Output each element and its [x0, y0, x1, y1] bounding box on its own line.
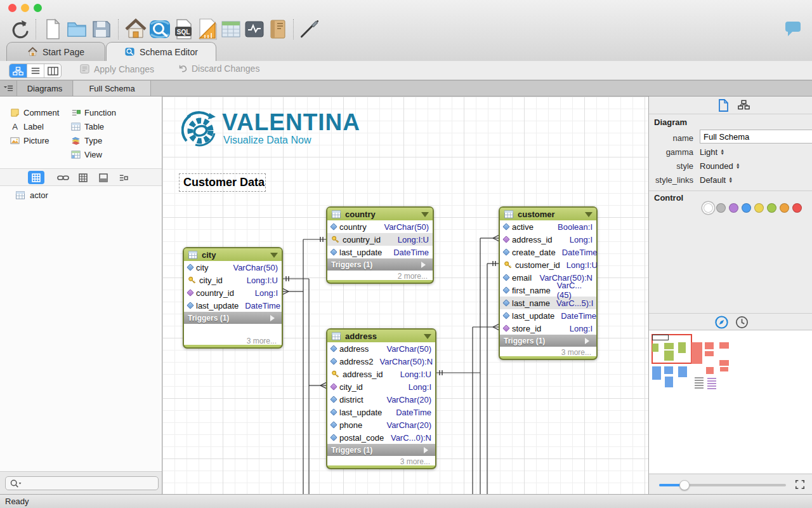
- color-swatch-4[interactable]: [754, 203, 764, 213]
- field-row-store_id[interactable]: store_idLong:I: [500, 322, 596, 335]
- discard-changes-button[interactable]: Discard Changes: [178, 64, 259, 74]
- tables-filter-icon[interactable]: [28, 171, 44, 184]
- zoom-slider[interactable]: [659, 484, 786, 486]
- tab-schema-editor[interactable]: Schema Editor: [106, 42, 216, 61]
- color-swatch-6[interactable]: [780, 203, 789, 213]
- table-header[interactable]: customer: [500, 208, 596, 220]
- palette-item-label[interactable]: ALabel: [10, 121, 44, 132]
- field-row-city[interactable]: cityVarChar(50): [184, 261, 282, 274]
- field-row-last_update[interactable]: last_updateDateTime: [184, 299, 282, 312]
- table-data-icon[interactable]: [219, 18, 242, 41]
- hierarchy-icon[interactable]: [738, 100, 750, 112]
- field-row-address2[interactable]: address2VarChar(50):N: [327, 355, 435, 368]
- color-swatch-5[interactable]: [767, 203, 776, 213]
- undo-icon[interactable]: [9, 18, 32, 41]
- book-icon[interactable]: [266, 18, 289, 41]
- field-row-country_id[interactable]: country_idLong:I: [184, 286, 282, 299]
- field-row-last_update[interactable]: last_updateDateTime: [500, 309, 596, 322]
- table-header[interactable]: address: [327, 330, 435, 342]
- triggers-bar[interactable]: Triggers (1): [327, 258, 433, 271]
- field-row-customer_id[interactable]: customer_idLong:I:U: [500, 258, 596, 271]
- brush-icon[interactable]: [298, 18, 321, 41]
- field-row-city_id[interactable]: city_idLong:I: [327, 380, 435, 393]
- diagram-table-address[interactable]: addressaddressVarChar(50)address2VarChar…: [326, 328, 436, 469]
- save-icon[interactable]: [89, 18, 112, 41]
- field-row-create_date[interactable]: create_dateDateTime: [500, 246, 596, 258]
- zoom-window-button[interactable]: [34, 4, 42, 12]
- clock-icon[interactable]: [735, 316, 749, 331]
- fit-to-window-icon[interactable]: [795, 479, 805, 491]
- style-links-dropdown[interactable]: Default▲▼: [700, 175, 733, 185]
- field-row-country[interactable]: countryVarChar(50): [327, 220, 433, 233]
- diagram-table-country[interactable]: countrycountryVarChar(50)country_idLong:…: [326, 206, 434, 284]
- color-swatch-1[interactable]: [716, 203, 726, 213]
- field-row-active[interactable]: activeBoolean:I: [500, 220, 596, 233]
- style-dropdown[interactable]: Rounded▲▼: [700, 161, 740, 171]
- tab-full-schema[interactable]: Full Schema: [74, 81, 151, 96]
- collapse-caret-icon[interactable]: [424, 334, 431, 343]
- palette-item-function[interactable]: Function: [71, 107, 116, 118]
- field-row-country_id[interactable]: country_idLong:I:U: [327, 233, 433, 246]
- tab-diagrams[interactable]: Diagrams: [17, 81, 73, 96]
- triggers-bar[interactable]: Triggers (1): [327, 444, 435, 456]
- collapse-caret-icon[interactable]: [270, 253, 278, 262]
- table-header[interactable]: country: [327, 208, 433, 220]
- more-fields-link[interactable]: 3 more...: [500, 347, 596, 356]
- gamma-dropdown[interactable]: Light▲▼: [700, 147, 724, 157]
- field-row-address[interactable]: addressVarChar(50): [327, 342, 435, 355]
- field-row-city_id[interactable]: city_idLong:I:U: [184, 274, 282, 286]
- field-row-last_name[interactable]: last_nameVarC...5):I: [500, 297, 596, 309]
- palette-item-comment[interactable]: Comment: [10, 107, 59, 118]
- field-row-last_update[interactable]: last_updateDateTime: [327, 246, 433, 258]
- table-header[interactable]: city: [184, 248, 282, 261]
- links-filter-icon[interactable]: [55, 171, 71, 184]
- server-monitor-icon[interactable]: [243, 18, 266, 41]
- open-folder-icon[interactable]: [65, 18, 88, 41]
- new-document-icon[interactable]: [41, 18, 64, 41]
- field-row-phone[interactable]: phoneVarChar(20): [327, 418, 435, 431]
- minimize-window-button[interactable]: [21, 4, 29, 12]
- diagram-table-customer[interactable]: customeractiveBoolean:Iaddress_idLong:Ic…: [499, 206, 598, 360]
- diagram-view-button[interactable]: [10, 64, 27, 77]
- panel-menu-icon[interactable]: [0, 81, 17, 96]
- field-row-last_update[interactable]: last_updateDateTime: [327, 406, 435, 418]
- color-swatch-7[interactable]: [792, 203, 802, 213]
- chat-bubble-icon[interactable]: [785, 22, 801, 32]
- more-fields-link[interactable]: 3 more...: [327, 456, 435, 465]
- report-icon[interactable]: [196, 18, 219, 41]
- zoom-slider-thumb[interactable]: [679, 480, 690, 490]
- palette-item-picture[interactable]: Picture: [10, 135, 49, 146]
- collapse-caret-icon[interactable]: [585, 212, 593, 221]
- search-input[interactable]: [5, 476, 159, 490]
- tab-start-page[interactable]: Start Page: [6, 42, 105, 61]
- list-filter-icon[interactable]: [115, 171, 132, 184]
- field-row-first_name[interactable]: first_nameVarC...(45): [500, 284, 596, 297]
- collapse-caret-icon[interactable]: [421, 212, 429, 221]
- diagram-text-label[interactable]: Customer Data: [179, 173, 266, 192]
- triggers-bar[interactable]: Triggers (1): [500, 335, 596, 347]
- field-row-district[interactable]: districtVarChar(20): [327, 393, 435, 406]
- home-icon[interactable]: [124, 18, 147, 41]
- panel-filter-icon[interactable]: [95, 171, 112, 184]
- palette-item-table[interactable]: Table: [71, 121, 104, 132]
- schema-editor-icon[interactable]: [148, 18, 171, 41]
- color-swatch-0[interactable]: [704, 203, 713, 213]
- diagram-table-city[interactable]: citycityVarChar(50)city_idLong:I:Ucountr…: [183, 247, 283, 349]
- grid-filter-icon[interactable]: [75, 171, 91, 184]
- diagram-canvas[interactable]: VALENTINA Visualize Data Now Customer Da…: [162, 97, 648, 494]
- compass-icon[interactable]: [715, 316, 728, 331]
- more-fields-link[interactable]: 3 more...: [184, 335, 282, 345]
- apply-changes-button[interactable]: Apply Changes: [79, 64, 154, 74]
- field-row-address_id[interactable]: address_idLong:I:U: [327, 368, 435, 380]
- list-view-button[interactable]: [27, 64, 44, 77]
- column-view-button[interactable]: [44, 64, 61, 77]
- color-swatch-3[interactable]: [742, 203, 751, 213]
- field-row-postal_code[interactable]: postal_codeVarC...0):N: [327, 431, 435, 444]
- palette-item-view[interactable]: View: [71, 149, 102, 160]
- tree-item-actor[interactable]: actor: [15, 190, 48, 200]
- sql-editor-icon[interactable]: SQL: [173, 18, 195, 41]
- diagram-name-input[interactable]: [700, 130, 812, 144]
- field-row-address_id[interactable]: address_idLong:I: [500, 233, 596, 246]
- triggers-bar[interactable]: Triggers (1): [184, 312, 282, 324]
- color-swatch-2[interactable]: [729, 203, 738, 213]
